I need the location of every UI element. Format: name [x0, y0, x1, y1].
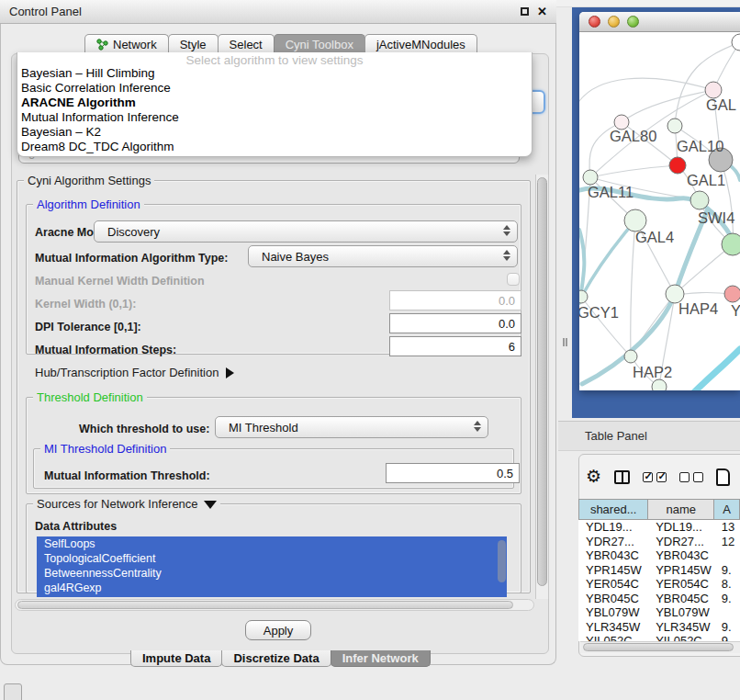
tab-cyni-toolbox[interactable]: Cyni Toolbox [274, 34, 365, 53]
close-traffic-light-icon[interactable] [589, 16, 600, 28]
network-canvas[interactable]: GALGAL80GAL10GAL1GAL11SWI4GAL4GCY1HAP4YH… [579, 32, 740, 390]
network-node[interactable] [669, 157, 686, 174]
table-row[interactable]: YDL19...YDL19...13 [578, 520, 740, 535]
mi-threshold-field[interactable] [386, 463, 520, 483]
export-table-icon[interactable] [716, 469, 730, 486]
table-row[interactable]: YBR045CYBR045C9. [578, 592, 740, 606]
gear-icon[interactable]: ⚙ [586, 468, 601, 486]
column-header-name[interactable]: name [648, 499, 714, 520]
dpi-tolerance-label: DPI Tolerance [0,1]: [35, 321, 141, 333]
tab-network[interactable]: Network [84, 34, 169, 53]
algorithm-definition-title: Algorithm Definition [33, 198, 144, 211]
panel-grip[interactable] [4, 683, 22, 700]
table-row[interactable]: YBL079WYBL079W [578, 605, 740, 620]
mi-algorithm-type-combo[interactable]: Naive Bayes [248, 245, 518, 267]
tab-label: Network [113, 38, 157, 51]
kernel-width-field[interactable] [389, 290, 521, 310]
algorithm-option-mutual-information-inference[interactable]: Mutual Information Inference [17, 110, 532, 125]
table-row[interactable]: YPR145WYPR145W9. [578, 563, 740, 578]
bottom-tab-discretize-data[interactable]: Discretize Data [221, 650, 331, 667]
manual-kernel-width-checkbox[interactable] [507, 273, 520, 286]
sources-group-title[interactable]: Sources for Network Inference [33, 497, 220, 511]
column-header-a[interactable]: A [714, 499, 740, 520]
table-cell: YBR045C [648, 592, 714, 606]
list-scrollbar[interactable] [498, 540, 506, 582]
attribute-item-betweennesscentrality[interactable]: BetweennessCentrality [37, 566, 507, 581]
aracne-mode-combo[interactable]: Discovery [94, 220, 518, 243]
table-cell [714, 548, 740, 563]
network-node[interactable] [624, 350, 637, 363]
minimize-traffic-light-icon[interactable] [608, 16, 620, 28]
show-columns-icon[interactable] [643, 472, 667, 482]
mi-steps-field[interactable] [389, 336, 521, 356]
table-row[interactable]: YBR043CYBR043C [578, 548, 740, 563]
algorithm-option-bayesian-hill-climbing[interactable]: Bayesian – Hill Climbing [17, 66, 532, 81]
network-node[interactable] [583, 170, 598, 185]
network-edge[interactable] [579, 78, 713, 101]
dpi-tolerance-field[interactable] [389, 313, 521, 333]
table-row[interactable]: YER054CYER054C8. [578, 577, 740, 592]
zoom-traffic-light-icon[interactable] [627, 16, 639, 28]
network-node[interactable] [652, 379, 667, 390]
which-threshold-combo[interactable]: MI Threshold [215, 416, 488, 438]
tab-label: Cyni Toolbox [286, 38, 353, 51]
attribute-item-gal4rgexp[interactable]: gal4RGexp [37, 581, 507, 595]
table-cell: YDL19... [578, 520, 648, 535]
hide-columns-icon[interactable] [679, 472, 703, 482]
table-panel-title: Table Panel [585, 429, 647, 443]
attribute-item-topologicalcoefficient[interactable]: TopologicalCoefficient [37, 551, 507, 566]
algorithm-option-bayesian-k2[interactable]: Bayesian – K2 [17, 125, 532, 140]
table-cell: YPR145W [648, 563, 714, 578]
bottom-tab-bar: Impute DataDiscretize DataInfer Network [130, 650, 430, 667]
tab-jactivemnodules[interactable]: jActiveMNodules [364, 34, 477, 53]
table-row[interactable]: YLR345WYLR345W9. [578, 620, 740, 635]
table-cell: 8. [714, 577, 740, 592]
bottom-tab-infer-network[interactable]: Infer Network [331, 650, 431, 667]
hub-definition-toggle[interactable]: Hub/Transcription Factor Definition [35, 366, 234, 379]
network-node[interactable] [722, 233, 740, 255]
tab-style[interactable]: Style [168, 34, 219, 53]
network-edge[interactable] [582, 220, 635, 296]
cyni-algorithm-settings-title: Cyni Algorithm Settings [24, 174, 154, 187]
tab-select[interactable]: Select [218, 34, 275, 53]
table-row[interactable]: YDR27...YDR27...12 [578, 535, 740, 549]
sources-title-text: Sources for Network Inference [37, 497, 198, 511]
which-threshold-value: MI Threshold [229, 421, 298, 435]
bottom-tab-impute-data[interactable]: Impute Data [130, 650, 222, 667]
table-cell: YBL079W [578, 605, 648, 620]
columns-icon[interactable] [614, 470, 630, 484]
algorithm-option-dream8-dc-tdc-algorithm[interactable]: Dream8 DC_TDC Algorithm [17, 140, 532, 154]
apply-button[interactable]: Apply [245, 620, 311, 640]
data-attributes-list[interactable]: SelfLoopsTopologicalCoefficientBetweenne… [37, 536, 507, 597]
algorithm-option-basic-correlation-inference[interactable]: Basic Correlation Inference [17, 81, 532, 96]
attribute-item-selfloops[interactable]: SelfLoops [37, 536, 507, 551]
settings-vertical-scrollbar-thumb[interactable] [537, 177, 547, 586]
network-node-label: GAL [706, 96, 736, 113]
table-row[interactable]: YIL052CYIL052C9 [578, 634, 740, 641]
network-node-label: GAL10 [677, 138, 723, 154]
float-window-button[interactable] [521, 7, 529, 16]
expand-right-icon [226, 367, 234, 378]
network-node[interactable] [690, 191, 709, 209]
settings-horizontal-scrollbar-thumb[interactable] [17, 601, 513, 609]
table-horizontal-scrollbar-thumb[interactable] [583, 643, 734, 651]
network-edge[interactable] [693, 349, 740, 390]
top-tab-bar: NetworkStyleSelectCyni ToolboxjActiveMNo… [84, 34, 477, 53]
column-header-shared[interactable]: shared... [578, 499, 648, 520]
network-edge[interactable] [590, 165, 678, 177]
kernel-width-label: Kernel Width (0,1): [35, 298, 136, 310]
table-toolbar: ⚙ [586, 465, 730, 489]
network-edge[interactable] [622, 90, 713, 122]
network-node[interactable] [732, 34, 740, 51]
network-node[interactable] [724, 286, 740, 302]
network-node[interactable] [667, 119, 682, 133]
manual-kernel-width-label: Manual Kernel Width Definition [35, 275, 205, 288]
network-node-label: SWI4 [698, 209, 734, 226]
network-view-titlebar[interactable] [579, 12, 740, 32]
close-icon[interactable]: ✕ [537, 7, 547, 17]
table-cell: YPR145W [578, 563, 648, 578]
splitter-handle[interactable] [563, 338, 567, 346]
network-node[interactable] [579, 290, 588, 303]
table-cell: YIL052C [648, 634, 714, 641]
algorithm-option-aracne-algorithm[interactable]: ARACNE Algorithm [17, 96, 532, 110]
